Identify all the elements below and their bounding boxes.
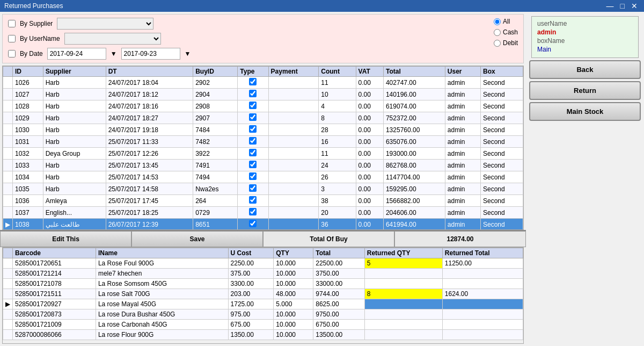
cell-count: 36 bbox=[319, 219, 356, 230]
table-row[interactable]: 1034Harb25/07/2017 14:537494260.00114770… bbox=[3, 171, 523, 183]
items-row[interactable]: 5285001720651La Rose Foul 900G2250.0010.… bbox=[3, 258, 523, 269]
items-cell-iname: La rose Flour 900G bbox=[96, 330, 228, 340]
cell-id: 1036 bbox=[13, 195, 43, 207]
cell-count: 28 bbox=[319, 124, 356, 136]
table-row[interactable]: 1030Harb24/07/2017 19:187484280.00132576… bbox=[3, 124, 523, 136]
username-select[interactable] bbox=[64, 33, 161, 45]
items-row[interactable]: 5287000086066La rose Flour 900G1350.0010… bbox=[3, 330, 523, 340]
radio-debit-row: Debit bbox=[494, 39, 518, 47]
items-table-container[interactable]: Barcode IName U Cost QTY Total Returned … bbox=[2, 247, 524, 344]
type-checkbox[interactable] bbox=[249, 149, 257, 156]
type-checkbox[interactable] bbox=[249, 161, 257, 168]
return-button[interactable]: Return bbox=[529, 81, 641, 100]
supplier-select[interactable] bbox=[57, 18, 153, 30]
items-row[interactable]: ▶5285001720927La rose Mayal 450G1725.005… bbox=[3, 299, 523, 309]
cell-payment bbox=[268, 148, 319, 160]
type-checkbox[interactable] bbox=[249, 184, 257, 192]
table-row[interactable]: 1027Harb24/07/2017 18:122904100.00140196… bbox=[3, 89, 523, 100]
cell-vat: 0.00 bbox=[356, 89, 383, 100]
cell-supplier: Harb bbox=[43, 171, 106, 183]
type-checkbox[interactable] bbox=[249, 137, 257, 145]
cell-count: 10 bbox=[319, 89, 356, 100]
items-row[interactable]: 5285001721214mele7 khechen375.0010.00037… bbox=[3, 269, 523, 279]
radio-all[interactable] bbox=[494, 18, 501, 25]
cell-buyId: 3922 bbox=[193, 148, 238, 160]
cell-total: 641994.00 bbox=[383, 219, 445, 230]
table-row[interactable]: 1031Harb25/07/2017 11:337482160.00635076… bbox=[3, 136, 523, 148]
radio-debit[interactable] bbox=[494, 40, 501, 47]
cell-type bbox=[238, 195, 268, 207]
by-supplier-checkbox[interactable] bbox=[8, 20, 16, 27]
items-header-row: Barcode IName U Cost QTY Total Returned … bbox=[3, 248, 523, 258]
items-row[interactable]: 5285001721511La rose Salt 700G203.0048.0… bbox=[3, 289, 523, 299]
bottom-toolbar: Edit This Save Total Of Buy 12874.00 bbox=[0, 230, 526, 247]
minimize-button[interactable]: — bbox=[604, 2, 616, 10]
col-total: Total bbox=[383, 67, 445, 77]
table-row[interactable]: 1029Harb24/07/2017 18:27290780.00752372.… bbox=[3, 112, 523, 124]
table-row[interactable]: 1035Harb25/07/2017 14:58Nwa2es30.0015929… bbox=[3, 183, 523, 195]
items-cell-total: 9744.00 bbox=[313, 289, 365, 299]
table-row[interactable]: 1026Harb24/07/2017 18:042902110.00402747… bbox=[3, 77, 523, 89]
cell-box: Second bbox=[481, 207, 523, 219]
cell-vat: 0.00 bbox=[356, 171, 383, 183]
cell-total: 140196.00 bbox=[383, 89, 445, 100]
date-to-input[interactable] bbox=[121, 48, 180, 60]
cell-buyId: 2908 bbox=[193, 100, 238, 112]
radio-cash-label: Cash bbox=[503, 28, 518, 36]
items-row[interactable]: 5285001721009La rose Carbonah 450G675.00… bbox=[3, 320, 523, 330]
table-row[interactable]: 1036Amleya25/07/2017 17:45264380.0015668… bbox=[3, 195, 523, 207]
items-row[interactable]: 5285001721078La Rose Somsom 450G3300.001… bbox=[3, 279, 523, 289]
cell-box: Second bbox=[481, 160, 523, 171]
items-row[interactable]: 5285001720873La rose Dura Bushar 450G975… bbox=[3, 309, 523, 320]
cell-type bbox=[238, 100, 268, 112]
by-date-checkbox[interactable] bbox=[8, 50, 16, 57]
items-cell-iname: La rose Carbonah 450G bbox=[96, 320, 228, 330]
items-cell-returnedTotal: 1624.00 bbox=[442, 289, 523, 299]
type-checkbox[interactable] bbox=[249, 196, 257, 204]
date-from-input[interactable] bbox=[47, 48, 106, 60]
main-table: ID Supplier DT BuyID Type Payment Count … bbox=[3, 66, 523, 230]
items-cell-total: 13500.00 bbox=[313, 330, 365, 340]
type-checkbox[interactable] bbox=[249, 172, 257, 180]
type-checkbox[interactable] bbox=[249, 90, 257, 97]
col-user: User bbox=[445, 67, 480, 77]
close-button[interactable]: ✕ bbox=[629, 2, 640, 10]
cell-user: admin bbox=[445, 171, 480, 183]
by-username-checkbox[interactable] bbox=[8, 35, 16, 42]
items-cell-returnedTotal bbox=[442, 309, 523, 320]
table-row[interactable]: 1037English...25/07/2017 18:250729200.00… bbox=[3, 207, 523, 219]
back-button[interactable]: Back bbox=[529, 60, 641, 79]
window-controls[interactable]: — □ ✕ bbox=[604, 2, 640, 10]
cell-supplier: Harb bbox=[43, 100, 106, 112]
radio-debit-label: Debit bbox=[503, 39, 518, 47]
type-checkbox[interactable] bbox=[249, 113, 257, 121]
type-checkbox[interactable] bbox=[249, 220, 257, 227]
cell-type bbox=[238, 219, 268, 230]
cell-count: 11 bbox=[319, 77, 356, 89]
table-row[interactable]: 1028Harb24/07/2017 18:16290840.00619074.… bbox=[3, 100, 523, 112]
main-table-container[interactable]: ID Supplier DT BuyID Type Payment Count … bbox=[2, 66, 524, 230]
cell-box: Second bbox=[481, 136, 523, 148]
cell-buyId: Nwa2es bbox=[193, 183, 238, 195]
items-cell-qty: 10.000 bbox=[274, 320, 313, 330]
main-stock-button[interactable]: Main Stock bbox=[529, 102, 641, 121]
items-row-arrow bbox=[3, 330, 13, 340]
table-row[interactable]: 1032Deya Group25/07/2017 12:263922110.00… bbox=[3, 148, 523, 160]
boxname-value: Main bbox=[537, 46, 551, 53]
table-row[interactable]: 1033Harb25/07/2017 13:457491240.00862768… bbox=[3, 160, 523, 171]
items-cell-returnedQty bbox=[364, 309, 442, 320]
radio-cash[interactable] bbox=[494, 29, 501, 36]
type-checkbox[interactable] bbox=[249, 78, 257, 85]
edit-this-button[interactable]: Edit This bbox=[0, 231, 131, 247]
cell-payment bbox=[268, 195, 319, 207]
table-row[interactable]: ▶1038طالعت علبي26/07/2017 12:398651360.0… bbox=[3, 219, 523, 230]
type-checkbox[interactable] bbox=[249, 102, 257, 109]
cell-vat: 0.00 bbox=[356, 160, 383, 171]
items-row-arrow bbox=[3, 309, 13, 320]
save-button[interactable]: Save bbox=[131, 231, 263, 247]
type-checkbox[interactable] bbox=[249, 125, 257, 133]
cell-vat: 0.00 bbox=[356, 183, 383, 195]
maximize-button[interactable]: □ bbox=[618, 2, 627, 10]
row-arrow-cell bbox=[3, 112, 13, 124]
type-checkbox[interactable] bbox=[249, 208, 257, 215]
